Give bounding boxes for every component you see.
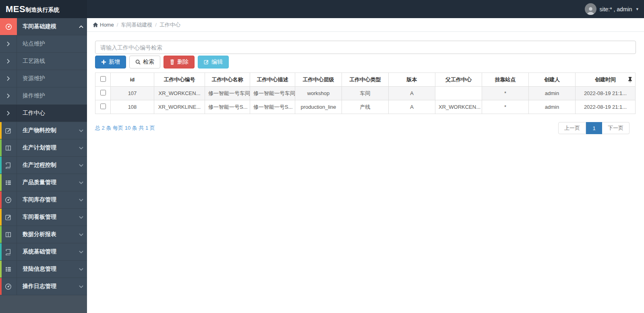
col-level[interactable]: 工作中心层级 [295, 73, 342, 87]
accent-bar [0, 139, 2, 156]
sidebar-item-label: 生产物料控制 [17, 122, 75, 139]
table-header-row: id 工作中心编号 工作中心名称 工作中心描述 工作中心层级 工作中心类型 版本… [95, 73, 636, 87]
search-button[interactable]: 检索 [129, 56, 160, 68]
chevron-right-icon [0, 70, 17, 87]
sidebar-item-label: 站点维护 [17, 35, 87, 52]
columns-icon [0, 139, 17, 156]
sidebar-item-label: 资源维护 [17, 70, 87, 87]
cell-name: 修一智能一号S... [205, 100, 250, 114]
chevron-right-icon [0, 53, 17, 70]
logo-text-main: MES [6, 4, 25, 15]
col-id[interactable]: id [111, 73, 154, 87]
select-all-checkbox-cell [95, 73, 111, 87]
col-parent[interactable]: 父工作中心 [435, 73, 482, 87]
pager: 上一页 1 下一页 [558, 122, 630, 134]
sidebar-item-board-management[interactable]: 车间看板管理 [0, 209, 87, 226]
delete-button[interactable]: 删除 [164, 56, 195, 68]
col-created-time[interactable]: 创建时间 [576, 73, 636, 87]
accent-bar [0, 157, 2, 174]
avatar [585, 3, 596, 15]
list-icon [0, 174, 17, 191]
sidebar-item-label: 产品质量管理 [17, 174, 75, 191]
topbar: MES制造执行系统 site:* , admin ▾ [0, 0, 644, 18]
sidebar-item-quality-management[interactable]: 产品质量管理 [0, 174, 87, 191]
sidebar-item-label: 工艺路线 [17, 53, 87, 70]
sidebar-item-label: 生产过程控制 [17, 157, 75, 174]
sidebar-item-label: 工作中心 [17, 105, 87, 122]
pushpin-icon[interactable] [628, 77, 632, 83]
sidebar-item-operation-log-management[interactable]: 操作日志管理 [0, 278, 87, 295]
pagination-info[interactable]: 总 2 条 每页 10 条 共 1 页 [95, 124, 155, 132]
breadcrumb-level1[interactable]: 车间基础建模 [121, 21, 152, 29]
gauge-icon [0, 278, 17, 295]
sidebar-item-station-maintenance[interactable]: 站点维护 [0, 35, 87, 53]
sidebar-item-label: 数据分析报表 [17, 226, 75, 243]
chevron-up-icon [75, 18, 87, 35]
sidebar-item-label: 操作日志管理 [17, 278, 75, 295]
cell-name: 修一智能一号车间 [205, 87, 250, 100]
cell-type: 车间 [342, 87, 389, 100]
chevron-down-icon [75, 209, 87, 226]
next-page-button[interactable]: 下一页 [602, 122, 630, 134]
breadcrumb-separator: / [117, 22, 118, 28]
sidebar-item-work-center[interactable]: 工作中心 [0, 105, 87, 122]
col-name[interactable]: 工作中心名称 [205, 73, 250, 87]
row-checkbox[interactable] [100, 104, 106, 109]
person-icon [586, 6, 595, 15]
col-type[interactable]: 工作中心类型 [342, 73, 389, 87]
breadcrumb-home-link[interactable]: Home [93, 22, 114, 28]
add-button[interactable]: 新增 [95, 56, 126, 68]
cell-version: A [389, 87, 435, 100]
work-center-table: id 工作中心编号 工作中心名称 工作中心描述 工作中心层级 工作中心类型 版本… [95, 73, 636, 114]
breadcrumb-separator: / [155, 22, 157, 28]
sidebar-item-label: 操作维护 [17, 87, 87, 104]
sidebar-item-label: 车间基础建模 [17, 18, 75, 35]
accent-bar [0, 261, 2, 278]
sidebar-item-label: 登陆信息管理 [17, 261, 75, 278]
accent-bar [0, 278, 2, 295]
chevron-down-icon [75, 226, 87, 243]
col-description[interactable]: 工作中心描述 [250, 73, 295, 87]
edit-button[interactable]: 编辑 [198, 56, 229, 68]
sidebar: 车间基础建模 站点维护 工艺路线 资源维护 [0, 18, 87, 313]
col-station[interactable]: 挂靠站点 [482, 73, 529, 87]
breadcrumb: Home / 车间基础建模 / 工作中心 [87, 18, 644, 32]
chevron-down-icon [75, 139, 87, 156]
table-row[interactable]: 108 XR_WORKLINE... 修一智能一号S... 修一智能一号S...… [95, 100, 636, 114]
sidebar-item-plan-management[interactable]: 生产计划管理 [0, 139, 87, 157]
sidebar-item-operation-maintenance[interactable]: 操作维护 [0, 87, 87, 105]
cell-version: A [389, 100, 435, 114]
cell-id: 107 [111, 87, 154, 100]
accent-bar [0, 174, 2, 191]
sidebar-item-data-reports[interactable]: 数据分析报表 [0, 226, 87, 243]
sidebar-item-system-management[interactable]: 系统基础管理 [0, 243, 87, 261]
chevron-down-icon [75, 174, 87, 191]
chevron-down-icon [75, 261, 87, 278]
sidebar-item-process-route[interactable]: 工艺路线 [0, 53, 87, 70]
user-menu[interactable]: site:* , admin ▾ [585, 0, 638, 18]
chevron-down-icon [75, 243, 87, 260]
chevron-down-icon [75, 157, 87, 174]
caret-down-icon: ▾ [636, 6, 638, 12]
select-all-checkbox[interactable] [100, 76, 106, 82]
sidebar-item-process-control[interactable]: 生产过程控制 [0, 157, 87, 174]
sidebar-item-resource-maintenance[interactable]: 资源维护 [0, 70, 87, 87]
cell-creator: admin [529, 87, 576, 100]
col-creator[interactable]: 创建人 [529, 73, 576, 87]
sidebar-item-label: 车间库存管理 [17, 191, 75, 208]
sidebar-item-workshop-modeling[interactable]: 车间基础建模 [0, 18, 87, 35]
sidebar-item-inventory-management[interactable]: 车间库存管理 [0, 191, 87, 209]
cell-level: workshop [295, 87, 342, 100]
table-row[interactable]: 107 XR_WORKCEN... 修一智能一号车间 修一智能一号车间 work… [95, 87, 636, 100]
row-checkbox[interactable] [100, 90, 106, 95]
prev-page-button[interactable]: 上一页 [558, 122, 586, 134]
cell-parent: XR_WORKCEN... [435, 100, 482, 114]
col-version[interactable]: 版本 [389, 73, 435, 87]
sidebar-item-login-info-management[interactable]: 登陆信息管理 [0, 261, 87, 278]
sidebar-item-label: 生产计划管理 [17, 139, 75, 156]
search-input[interactable] [95, 41, 636, 54]
col-code[interactable]: 工作中心编号 [154, 73, 205, 87]
sidebar-item-label: 车间看板管理 [17, 209, 75, 226]
page-1-button[interactable]: 1 [586, 122, 602, 134]
sidebar-item-material-control[interactable]: 生产物料控制 [0, 122, 87, 139]
